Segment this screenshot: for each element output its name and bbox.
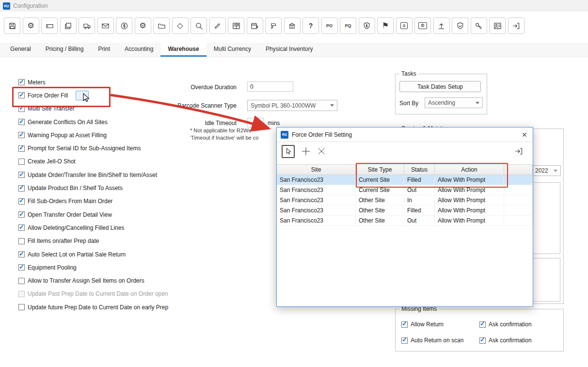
- checkbox-box[interactable]: [18, 172, 25, 178]
- column-header-action[interactable]: Action: [435, 164, 504, 175]
- checkbox-prompt-serial-id[interactable]: Prompt for Serial ID for Sub-Assigned It…: [18, 142, 168, 155]
- checkbox-box[interactable]: [18, 92, 25, 98]
- checkbox-box[interactable]: [18, 264, 25, 271]
- flag-icon[interactable]: ⚑: [377, 17, 394, 34]
- delivery-truck-icon[interactable]: [79, 17, 95, 34]
- checkbox-allow-deleting-filled-lines[interactable]: Allow Deleting/Cancelling Filled Lines: [18, 221, 168, 234]
- idle-timeout-input[interactable]: [247, 118, 264, 128]
- select-tool-icon[interactable]: [282, 145, 295, 158]
- document-a-icon[interactable]: a: [396, 17, 413, 34]
- access-key-icon[interactable]: [471, 17, 487, 34]
- checkbox-box[interactable]: [18, 251, 25, 257]
- checkbox-box[interactable]: [18, 159, 25, 165]
- table-row[interactable]: San Francisco23Other SiteFilledAllow Wit…: [277, 206, 533, 216]
- checkbox-meters[interactable]: Meters: [18, 76, 168, 89]
- delete-row-icon[interactable]: [317, 147, 326, 156]
- checkbox-box[interactable]: [479, 321, 486, 328]
- checkbox-box[interactable]: [18, 185, 25, 191]
- settings-icon[interactable]: ⚙: [23, 17, 39, 34]
- checkbox-ask-confirmation-scan[interactable]: Ask confirmation: [479, 337, 532, 344]
- tab-physical-inventory[interactable]: Physical Inventory: [258, 43, 320, 57]
- checkbox-update-future-prep-date[interactable]: Update future Prep Date to Current Date …: [18, 301, 168, 314]
- price-tag-icon[interactable]: ◇: [172, 17, 189, 34]
- checkbox-warning-popup[interactable]: Warning Popup at Asset Filling: [18, 128, 168, 142]
- checkbox-equipment-pooling[interactable]: Equipment Pooling: [18, 261, 168, 274]
- open-folder-icon[interactable]: [153, 17, 170, 34]
- checkbox-box[interactable]: [18, 132, 25, 138]
- checkbox-box[interactable]: [18, 106, 25, 112]
- price-quote-icon[interactable]: PQ: [340, 17, 356, 34]
- main-toolbar: ⚙ ⚙ ◇ ? PO PQ ⚑ a ⚙: [4, 17, 524, 34]
- tab-warehouse[interactable]: Warehouse: [160, 43, 206, 57]
- table-row[interactable]: San Francisco23Other SiteInAllow With Pr…: [277, 195, 533, 206]
- checkbox-fill-items-prep-date[interactable]: Fill Items on/after Prep date: [18, 235, 168, 248]
- note-line-2: 'Timeout if Inactive' will be co: [190, 134, 258, 142]
- checkbox-box[interactable]: [18, 304, 25, 310]
- task-dates-setup-button[interactable]: Task Dates Setup: [399, 81, 481, 92]
- column-header-site[interactable]: Site: [277, 164, 356, 175]
- checkbox-box[interactable]: [479, 337, 486, 344]
- upload-icon[interactable]: [433, 17, 450, 34]
- document-settings-icon[interactable]: ⚙: [414, 17, 431, 34]
- checkbox-allow-return[interactable]: Allow Return: [401, 321, 444, 328]
- checkbox-generate-conflicts[interactable]: Generate Conflicts On All Sites: [18, 115, 168, 128]
- year-select[interactable]: 2022: [532, 165, 561, 176]
- user-badge-icon[interactable]: [489, 17, 506, 34]
- checkbox-box[interactable]: [18, 224, 25, 231]
- currency-shield-icon[interactable]: [359, 17, 375, 34]
- checkbox-box[interactable]: [18, 79, 25, 85]
- barcode-scanner-type-select[interactable]: Symbol PL 360-1000WW: [247, 100, 337, 111]
- checkbox-create-jello-shot[interactable]: Create Jell-O Shot: [18, 155, 168, 168]
- checkbox-auto-return-on-scan[interactable]: Auto Return on scan: [401, 337, 463, 344]
- dialog-close-icon[interactable]: ×: [520, 130, 529, 139]
- security-shield-icon[interactable]: [452, 17, 468, 34]
- checkbox-box[interactable]: [18, 119, 25, 125]
- checkbox-auto-select-lot[interactable]: Auto Select Lot on Partial Sale Return: [18, 248, 168, 261]
- checkbox-ask-confirmation-return[interactable]: Ask confirmation: [479, 321, 532, 328]
- checkbox-open-transfer-order[interactable]: Open Transfer Order Detail View: [18, 208, 168, 221]
- checkbox-box[interactable]: [18, 278, 25, 284]
- tab-pricing-billing[interactable]: Pricing / Billing: [38, 43, 91, 57]
- copies-icon[interactable]: [60, 17, 77, 34]
- checkbox-box[interactable]: [18, 198, 25, 205]
- pen-icon[interactable]: [209, 17, 226, 34]
- text-field-icon[interactable]: [41, 17, 58, 34]
- mail-icon[interactable]: [97, 17, 114, 34]
- column-header-status[interactable]: Status: [404, 164, 435, 175]
- tab-general[interactable]: General: [3, 43, 38, 57]
- module-settings-icon[interactable]: ⚙: [135, 17, 151, 34]
- save-icon[interactable]: [4, 17, 20, 34]
- force-order-fill-settings-button[interactable]: [76, 91, 89, 100]
- tab-multi-currency[interactable]: Multi Currency: [207, 43, 258, 57]
- checkbox-multi-site-transfer[interactable]: Multi Site Transfer: [18, 102, 168, 115]
- table-row[interactable]: San Francisco23Other SiteOutAllow With P…: [277, 216, 533, 226]
- rate-table-icon[interactable]: [228, 17, 244, 34]
- checkbox-update-order-transfer-bin[interactable]: Update Order/Transfer line Bin/Shelf to …: [18, 168, 168, 181]
- price-search-icon[interactable]: [191, 17, 207, 34]
- tab-print[interactable]: Print: [91, 43, 117, 57]
- checkbox-box[interactable]: [18, 211, 25, 218]
- bank-icon[interactable]: [284, 17, 301, 34]
- checkbox-force-order-fill[interactable]: Force Order Fill: [18, 89, 168, 102]
- checkbox-allow-transfer-assign-sell[interactable]: Allow to Transfer Assign Sell Items on O…: [18, 274, 168, 287]
- checkbox-box[interactable]: [18, 145, 25, 152]
- barcode-scanner-icon[interactable]: [265, 17, 282, 34]
- table-row[interactable]: San Francisco23Current SiteFilledAllow W…: [277, 175, 533, 185]
- sort-by-select[interactable]: Ascending: [425, 97, 483, 108]
- add-row-icon[interactable]: [301, 146, 311, 156]
- calendar-forward-icon[interactable]: [247, 17, 263, 34]
- checkbox-box[interactable]: [401, 321, 408, 328]
- overdue-duration-input[interactable]: [247, 81, 293, 92]
- purchase-order-icon[interactable]: PO: [321, 17, 338, 34]
- billing-settings-icon[interactable]: [116, 17, 132, 34]
- exit-icon[interactable]: [508, 17, 524, 34]
- help-icon[interactable]: ?: [302, 17, 319, 34]
- tab-accounting[interactable]: Accounting: [117, 43, 160, 57]
- checkbox-update-product-bin[interactable]: Update Product Bin / Shelf To Assets: [18, 181, 168, 194]
- checkbox-box[interactable]: [401, 337, 408, 344]
- column-header-site-type[interactable]: Site Type: [356, 164, 404, 175]
- checkbox-box[interactable]: [18, 238, 25, 244]
- dialog-exit-icon[interactable]: [514, 147, 523, 156]
- checkbox-fill-sub-orders[interactable]: Fill Sub-Orders From Main Order: [18, 195, 168, 208]
- table-row[interactable]: San Francisco23Current SiteOutAllow With…: [277, 185, 533, 195]
